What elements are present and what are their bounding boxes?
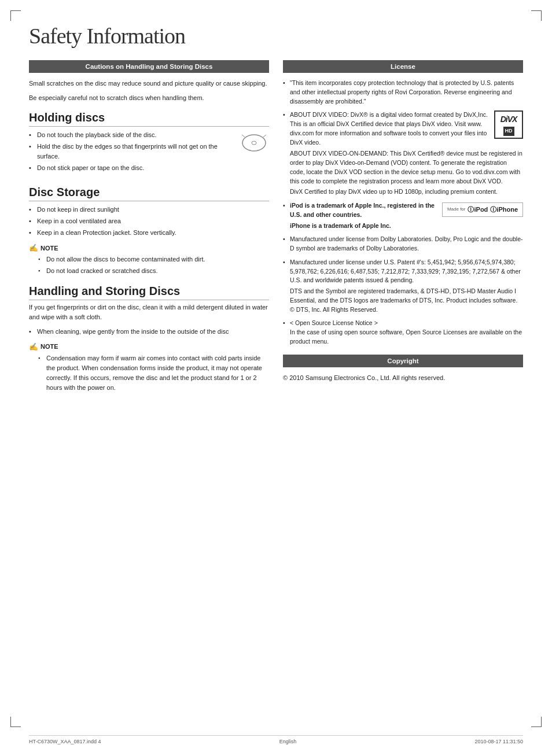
ipod-trademark: iPod is a trademark of Apple Inc., regis…	[290, 202, 435, 218]
license-divx: DiVX HD ABOUT DIVX VIDEO: DivX® is a dig…	[283, 110, 523, 197]
copy-protection-text: "This item incorporates copy protection …	[290, 79, 514, 105]
license-dolby: Manufactured under license from Dolby La…	[283, 235, 523, 253]
divx-content: DiVX HD ABOUT DIVX VIDEO: DivX® is a dig…	[290, 110, 523, 147]
holding-bullet-3: Do not stick paper or tape on the disc.	[29, 163, 269, 173]
note2-label: NOTE	[41, 343, 58, 350]
copyright-text: © 2010 Samsung Electronics Co., Ltd. All…	[283, 373, 523, 383]
note1-items: Do not allow the discs to become contami…	[29, 255, 269, 276]
dolby-text: Manufactured under license from Dolby La…	[290, 235, 523, 252]
divx-hd-text: HD	[503, 127, 514, 136]
footer-center: English	[279, 739, 297, 744]
footer-right: 2010-08-17 11:31:50	[474, 739, 523, 744]
note-icon-1: ✍	[29, 244, 38, 252]
divx-text-content: ABOUT DIVX VIDEO: DivX® is a digital vid…	[290, 111, 488, 145]
two-column-layout: Cautions on Handling and Storing Discs S…	[29, 60, 523, 399]
storage-bullet-2: Keep in a cool ventilated area	[29, 216, 269, 226]
holding-bullet-2: Hold the disc by the edges so that finge…	[29, 142, 269, 161]
open-source-label: < Open Source License Notice >	[290, 319, 378, 326]
ipod-brand: ⒾiPod	[468, 205, 488, 215]
iphone-brand: ⒾiPhone	[490, 205, 518, 215]
divx-logo-text: DiVX	[499, 113, 518, 126]
divx-vod-text: ABOUT DIVX VIDEO-ON-DEMAND: This DivX Ce…	[290, 149, 523, 186]
storage-bullet-3: Keep in a clean Protection jacket. Store…	[29, 228, 269, 238]
copyright-header: Copyright	[283, 355, 523, 367]
license-dts: Manufactured under license under U.S. Pa…	[283, 258, 523, 315]
holding-content: Do not touch the playback side of the di…	[29, 130, 269, 178]
copyright-section: Copyright © 2010 Samsung Electronics Co.…	[283, 355, 523, 383]
open-source-text: In the case of using open source softwar…	[290, 329, 522, 345]
license-ipod: Made for ⒾiPod ⒾiPhone iPod is a tradema…	[283, 201, 523, 230]
storage-bullets: Do not keep in direct sunlight Keep in a…	[29, 205, 269, 238]
page: Safety Information Cautions on Handling …	[0, 0, 552, 756]
iphone-trademark: iPhone is a trademark of Apple Inc.	[290, 222, 523, 231]
handling-bullet-1: When cleaning, wipe gently from the insi…	[29, 327, 269, 337]
note1-item-2: Do not load cracked or scratched discs.	[38, 266, 269, 276]
note-1: ✍ NOTE Do not allow the discs to become …	[29, 244, 269, 276]
handling-text: If you get fingerprints or dirt on the d…	[29, 303, 269, 322]
holding-bullets: Do not touch the playback side of the di…	[29, 130, 269, 173]
note-icon-2: ✍	[29, 342, 38, 351]
note-2: ✍ NOTE Condensation may form if warm air…	[29, 342, 269, 393]
page-title: Safety Information	[29, 23, 523, 49]
ipod-content: Made for ⒾiPod ⒾiPhone iPod is a tradema…	[290, 201, 523, 220]
note1-label: NOTE	[41, 245, 58, 252]
cautions-p1: Small scratches on the disc may reduce s…	[29, 79, 269, 88]
ipod-badge: Made for ⒾiPod ⒾiPhone	[442, 202, 523, 217]
corner-mark-tr	[531, 10, 542, 21]
divx-badge: DiVX HD	[494, 110, 523, 139]
note1-title: ✍ NOTE	[29, 244, 269, 252]
cautions-p2: Be especially careful not to scratch dis…	[29, 93, 269, 103]
license-copy-protection: "This item incorporates copy protection …	[283, 79, 523, 106]
note1-item-1: Do not allow the discs to become contami…	[38, 255, 269, 264]
disc-storage-title: Disc Storage	[29, 186, 269, 201]
note2-item-1: Condensation may form if warm air comes …	[38, 353, 269, 393]
note2-items: Condensation may form if warm air comes …	[29, 353, 269, 393]
holding-bullet-1: Do not touch the playback side of the di…	[29, 130, 269, 140]
divx-certified-text: DivX Certified to play DivX video up to …	[290, 187, 523, 197]
corner-mark-bl	[10, 717, 21, 727]
dts-trademark-text: DTS and the Symbol are registered tradem…	[290, 287, 523, 314]
dts-text: Manufactured under license under U.S. Pa…	[290, 259, 521, 284]
license-open-source: < Open Source License Notice > In the ca…	[283, 319, 523, 346]
right-column: License "This item incorporates copy pro…	[283, 60, 523, 399]
left-column: Cautions on Handling and Storing Discs S…	[29, 60, 269, 399]
corner-mark-br	[531, 717, 542, 727]
license-items: "This item incorporates copy protection …	[283, 79, 523, 346]
cautions-header: Cautions on Handling and Storing Discs	[29, 60, 269, 73]
corner-mark-tl	[10, 10, 21, 21]
made-for-text: Made for	[447, 206, 466, 213]
footer-left: HT-C6730W_XAA_0817.indd 4	[29, 739, 101, 744]
holding-discs-title: Holding discs	[29, 111, 269, 127]
note2-title: ✍ NOTE	[29, 342, 269, 351]
handling-bullets: When cleaning, wipe gently from the insi…	[29, 327, 269, 337]
storage-bullet-1: Do not keep in direct sunlight	[29, 205, 269, 215]
handling-storing-title: Handling and Storing Discs	[29, 285, 269, 300]
license-header: License	[283, 60, 523, 73]
footer: HT-C6730W_XAA_0817.indd 4 English 2010-0…	[29, 735, 523, 744]
